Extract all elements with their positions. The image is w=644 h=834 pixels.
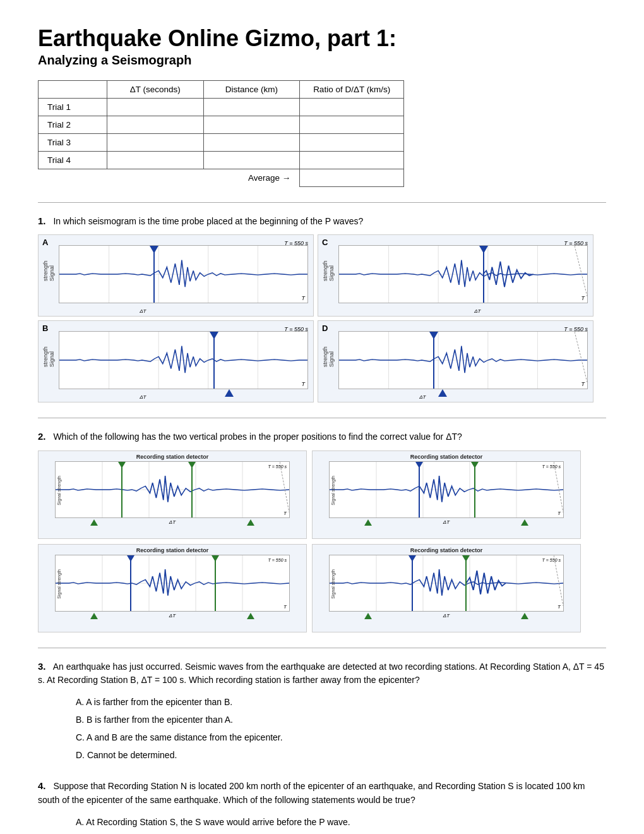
q3-number: 3.	[38, 661, 46, 672]
page-subtitle: Analyzing a Seismograph	[38, 53, 606, 68]
svg-line-21	[575, 332, 587, 382]
table-row: Trial 2	[39, 116, 404, 134]
panel-a-label: A	[42, 238, 48, 247]
rec-inner-tl: Signal strength T = 550 s T	[55, 461, 290, 518]
svg-line-33	[554, 462, 563, 512]
page-title: Earthquake Online Gizmo, part 1:	[38, 25, 606, 52]
q2-text: Which of the following has the two verti…	[53, 432, 462, 442]
data-table: ΔT (seconds) Distance (km) Ratio of D/ΔT…	[38, 80, 404, 187]
panel-b-label: B	[42, 323, 48, 333]
rec-inner-bl: Signal strength T = 550 s T	[55, 555, 290, 612]
col-header-dt: ΔT (seconds)	[107, 81, 204, 99]
seismo-panel-c: C Signal strength T = 550 s T	[318, 234, 593, 317]
average-row: Average →	[39, 169, 404, 187]
col-header-ratio: Ratio of D/ΔT (km/s)	[300, 81, 404, 99]
rec-inner-br: Signal strength T = 550 s T	[329, 555, 564, 612]
q3-choice-d: D. Cannot be determined.	[76, 746, 606, 764]
table-row: Trial 4	[39, 152, 404, 169]
seismo-panel-d: D Signal strength T = 550 s T	[318, 320, 593, 402]
q2-panels: Recording station detector Signal streng…	[38, 450, 581, 632]
question-1: 1. In which seismogram is the time probe…	[38, 214, 606, 403]
q2-number: 2.	[38, 431, 46, 442]
svg-line-10	[575, 246, 587, 296]
seismo-inner-b: T	[59, 331, 308, 389]
q4-choice-b: B. The P wave would arrive at Recording …	[76, 831, 606, 835]
seismo-inner-d: T	[338, 331, 588, 389]
seismo-inner-a: T	[59, 245, 308, 303]
q1-number: 1.	[38, 215, 46, 226]
q3-choice-c: C. A and B are the same distance from th…	[76, 728, 606, 746]
q3-text: An earthquake has just occurred. Seismic…	[38, 662, 604, 686]
col-header-dist: Distance (km)	[203, 81, 300, 99]
panel-c-label: C	[322, 238, 328, 247]
q4-text: Suppose that Recording Station N is loca…	[38, 781, 585, 805]
panel-d-label: D	[322, 323, 328, 333]
question-4: 4. Suppose that Recording Station N is l…	[38, 779, 606, 834]
seismo-panel-a: A Signal strength T = 550 s T	[38, 234, 314, 317]
table-row: Trial 3	[39, 134, 404, 152]
question-2: 2. Which of the following has the two ve…	[38, 430, 606, 632]
svg-line-27	[280, 462, 289, 512]
table-row: Trial 1	[39, 99, 404, 116]
q3-choice-a: A. A is farther from the epicenter than …	[76, 693, 606, 711]
rec-panel-bl: Recording station detector Signal streng…	[38, 544, 307, 632]
seismo-inner-c: T	[338, 245, 588, 303]
q4-number: 4.	[38, 780, 46, 791]
rec-inner-tr: Signal strength T = 550 s T	[329, 461, 564, 518]
question-3: 3. An earthquake has just occurred. Seis…	[38, 660, 606, 764]
svg-line-44	[554, 555, 563, 606]
signal-strength-label-a: Signal strength	[42, 246, 55, 281]
rec-panel-tr: Recording station detector Signal streng…	[312, 450, 581, 539]
q4-choices: A. At Recording Station S, the S wave wo…	[76, 813, 606, 835]
col-header-empty	[39, 81, 107, 99]
q3-choice-b: B. B is farther from the epicenter than …	[76, 711, 606, 728]
q1-text: In which seismogram is the time probe pl…	[53, 216, 363, 226]
seismo-wave-a	[59, 246, 307, 303]
q3-choices: A. A is farther from the epicenter than …	[76, 693, 606, 764]
seismo-panel-b: B Signal strength T = 550 s T ΔT	[38, 320, 314, 402]
q4-choice-a: A. At Recording Station S, the S wave wo…	[76, 813, 606, 831]
q1-panels: A Signal strength T = 550 s T	[38, 234, 593, 402]
rec-panel-tl: Recording station detector Signal streng…	[38, 450, 307, 539]
rec-panel-br: Recording station detector Signal streng…	[312, 544, 581, 632]
